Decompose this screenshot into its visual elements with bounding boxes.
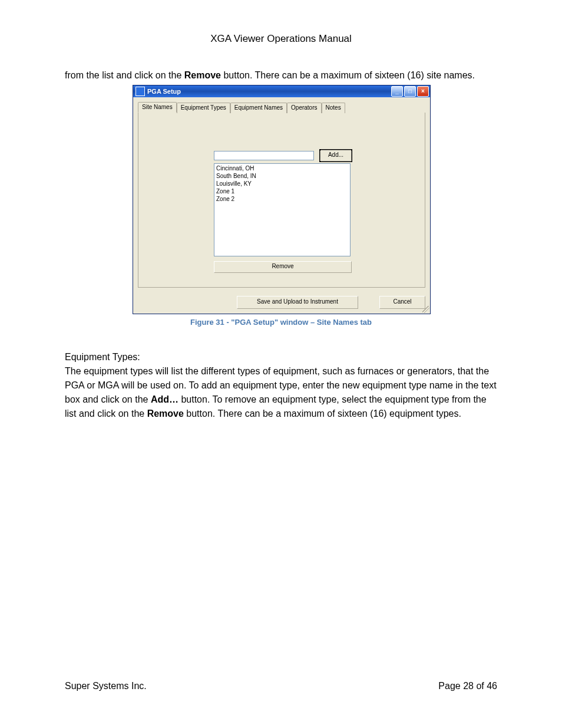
cancel-button[interactable]: Cancel (379, 296, 425, 309)
app-icon (135, 87, 145, 96)
page-footer: Super Systems Inc. Page 28 of 46 (65, 681, 497, 691)
dialog-buttons: Save and Upload to Instrument Cancel (133, 292, 430, 314)
minimize-button[interactable]: _ (391, 86, 403, 97)
remove-button[interactable]: Remove (214, 261, 352, 273)
close-button[interactable]: × (417, 86, 429, 97)
footer-company: Super Systems Inc. (65, 681, 147, 691)
maximize-button[interactable]: □ (404, 86, 416, 97)
tabs-row: Site Names Equipment Types Equipment Nam… (138, 102, 345, 113)
close-icon: × (421, 88, 425, 94)
add-button[interactable]: Add... (320, 150, 352, 162)
pga-setup-window: PGA Setup _ □ × Site Names Equipment Typ… (133, 85, 431, 314)
resize-grip-icon[interactable] (422, 306, 429, 313)
list-item[interactable]: Cincinnati, OH (216, 164, 348, 172)
bold-add: Add… (151, 394, 178, 404)
document-header: XGA Viewer Operations Manual (65, 33, 497, 45)
site-names-listbox[interactable]: Cincinnati, OH South Bend, IN Louisville… (214, 163, 351, 256)
site-name-input[interactable] (214, 151, 314, 160)
body-paragraph-2: The equipment types will list the differ… (65, 364, 497, 421)
minimize-icon: _ (395, 88, 399, 94)
bold-remove: Remove (184, 70, 221, 80)
list-item[interactable]: Louisville, KY (216, 180, 348, 187)
tab-equipment-names[interactable]: Equipment Names (230, 103, 287, 113)
list-item[interactable]: Zone 2 (216, 195, 348, 203)
tab-site-names[interactable]: Site Names (138, 102, 177, 113)
titlebar[interactable]: PGA Setup _ □ × (133, 85, 430, 97)
section-heading-equipment-types: Equipment Types: (65, 350, 497, 364)
text: from the list and click on the (65, 70, 184, 80)
body-paragraph-1: from the list and click on the Remove bu… (65, 68, 497, 83)
footer-page-number: Page 28 of 46 (438, 681, 497, 691)
list-item[interactable]: South Bend, IN (216, 172, 348, 180)
save-upload-button[interactable]: Save and Upload to Instrument (237, 296, 358, 309)
tab-operators[interactable]: Operators (287, 103, 321, 113)
window-title: PGA Setup (147, 88, 391, 95)
list-item[interactable]: Zone 1 (216, 187, 348, 195)
text: button. There can be a maximum of sixtee… (184, 409, 461, 419)
tab-notes[interactable]: Notes (322, 103, 345, 113)
figure-caption: Figure 31 - "PGA Setup" window – Site Na… (133, 318, 429, 327)
maximize-icon: □ (408, 88, 412, 94)
tab-panel: Site Names Equipment Types Equipment Nam… (138, 113, 425, 288)
text: button. There can be a maximum of sixtee… (221, 70, 475, 80)
tab-equipment-types[interactable]: Equipment Types (177, 103, 230, 113)
bold-remove-2: Remove (147, 409, 184, 419)
